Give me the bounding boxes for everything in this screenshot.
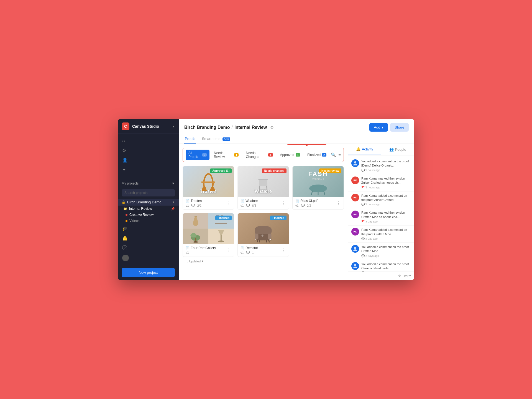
tab-people[interactable]: 👥 People [381, 144, 415, 155]
more-icon-gallery[interactable]: ⋮ [227, 247, 231, 253]
activity-filter-button[interactable]: ⚙ Filter ▾ [398, 274, 411, 278]
activity-text-5: Ram Kumar added a comment on the proof C… [361, 228, 411, 236]
chevron-down-filter-icon: ▾ [409, 274, 411, 278]
sidebar-icon-sparkle[interactable]: ✦ [118, 165, 179, 175]
app-title: Canvas Studio [132, 124, 159, 129]
search-icon[interactable]: 🔍 [331, 152, 336, 157]
user-avatar: U [122, 255, 129, 261]
svg-rect-11 [215, 223, 227, 224]
search-projects-input[interactable] [122, 189, 175, 196]
comment-icon-r: 💬 [301, 204, 305, 207]
sparkle-icon: ✦ [122, 167, 126, 172]
proof-card-tresten[interactable]: Approved (1) Trøsten [183, 166, 234, 210]
header-top: Birch Branding Demo / Internal Review ⚙ … [184, 123, 409, 132]
user-silhouette-3 [353, 264, 358, 268]
filter-icons: 🔍 ≡ [331, 152, 341, 157]
proof-meta-gallery: v1 [186, 251, 216, 254]
comment-icon-rem: 💬 [246, 251, 250, 254]
mosaic-cell-3 [183, 229, 208, 244]
avatar-you-3 [351, 262, 359, 270]
project-expand-icon[interactable]: ▼ [172, 201, 175, 204]
more-icon-waalore[interactable]: ⋮ [282, 201, 286, 206]
sidebar-sub-creative-review[interactable]: Creative Review [118, 212, 179, 218]
multistage-bubble: Multistage review cycle [287, 144, 327, 145]
chevron-down-icon: ▾ [382, 125, 383, 129]
sort-icon: ↕ [186, 260, 188, 263]
more-icon-ritas[interactable]: ⋮ [336, 201, 341, 206]
proof-left-remsta: 📄 Remstat v1 💬 1 [241, 246, 258, 254]
filter-chip-needs-review[interactable]: Needs Review 1 [211, 150, 241, 160]
content-area: Multistage review cycle All Proofs 5 Nee… [179, 144, 414, 280]
sidebar-folder-internal-review[interactable]: 📁 Internal Review 📌 [118, 206, 179, 212]
add-button[interactable]: Add ▾ [369, 123, 388, 132]
proof-card-ritas[interactable]: Needs review FASH VERSION 4 [292, 166, 344, 210]
breadcrumb-folder[interactable]: Internal Review [234, 125, 267, 130]
tab-proofs[interactable]: Proofs [184, 134, 196, 144]
user-icon: 👤 [122, 157, 128, 163]
updated-sort-button[interactable]: ↕ Updated ▾ [186, 259, 203, 263]
proof-left-tresten: 📄 Tresten v1 💬 2/2 [186, 199, 202, 207]
my-projects-expand[interactable]: ▼ [172, 181, 175, 185]
more-icon-remsta[interactable]: ⋮ [282, 248, 286, 253]
breadcrumb-separator: / [231, 125, 232, 130]
proof-meta-tresten: v1 💬 2/2 [186, 204, 202, 207]
activity-time-2: 🚩 9 hours ago [361, 186, 411, 189]
share-button[interactable]: Share [390, 123, 409, 132]
avatar-you-2 [351, 245, 359, 253]
activity-text-3: Ram Kumar added a comment on the proof Z… [361, 194, 411, 202]
filter-chip-finalized[interactable]: Finalized 2 [305, 152, 329, 158]
graduate-icon: 🎓 [122, 226, 128, 231]
ritas-sub-text: VERSION 4 [312, 178, 324, 180]
activity-item-6: You added a comment on the proof Crafted… [348, 243, 414, 260]
svg-rect-20 [255, 234, 259, 239]
settings-gear-icon[interactable]: ⚙ [270, 125, 274, 130]
activity-tabs: 🔔 Activity 👥 People [348, 144, 414, 155]
filter-chip-all[interactable]: All Proofs 5 [186, 150, 209, 160]
sidebar-icon-nav: ⌂ ⚙ 👤 ✦ [118, 134, 179, 177]
expand-icon[interactable]: ▼ [172, 125, 175, 128]
svg-text:+: + [261, 233, 264, 239]
activity-time-3: 💬 9 hours ago [361, 203, 411, 206]
sidebar-icon-home[interactable]: ⌂ [118, 136, 179, 145]
proof-info-remsta: 📄 Remstat v1 💬 1 ⋮ [238, 244, 289, 257]
sidebar-icon-avatar[interactable]: U [118, 252, 179, 264]
svg-rect-1 [259, 180, 267, 186]
app-logo[interactable]: C [122, 122, 129, 130]
activity-item-7: You added a comment on the proof Ceramic… [348, 260, 414, 272]
user-silhouette-2 [353, 246, 358, 251]
doc-icon: 📄 [186, 199, 190, 203]
tab-smartnotes[interactable]: Smartnotes Beta [201, 134, 231, 144]
breadcrumb-project[interactable]: Birch Branding Demo [184, 125, 230, 130]
new-project-button[interactable]: New project [122, 268, 175, 277]
sidebar-sub-videos[interactable]: Videos [118, 218, 179, 222]
activity-text-2: Ram Kumar marked the revision Zuiver Cra… [361, 177, 411, 185]
view-options-icon[interactable]: ≡ [338, 153, 341, 157]
svg-line-22 [257, 240, 258, 242]
sidebar-icon-graduate[interactable]: 🎓 [118, 224, 179, 233]
filter-chip-approved[interactable]: Approved 1 [277, 152, 303, 158]
sidebar-icon-settings[interactable]: ⚙ [118, 145, 179, 155]
svg-rect-0 [259, 179, 268, 180]
sidebar-icon-bell[interactable]: 🔔 [118, 233, 179, 243]
filter-icon-small: ⚙ [398, 274, 401, 278]
avatar-rk-4: RK [351, 228, 359, 236]
pin-icon: 📌 [171, 207, 175, 211]
proof-info-gallery: 📄 Four Part Gallery v1 ⋮ [183, 244, 234, 256]
proof-left-waalore: 📄 Waalore v1 💬 6/6 [241, 199, 258, 207]
filter-chip-needs-changes[interactable]: Needs Changes 1 [243, 150, 275, 160]
proof-card-remsta[interactable]: Finalized Remsta [237, 213, 289, 257]
sidebar-icon-help[interactable]: ? [118, 243, 179, 252]
chevron-down-small-icon: ▾ [202, 259, 203, 263]
header-actions: Add ▾ Share [369, 123, 409, 132]
more-icon-tresten[interactable]: ⋮ [227, 201, 231, 206]
activity-item-2: RK Ram Kumar marked the revision Zuiver … [348, 174, 414, 191]
sidebar-project-birch[interactable]: 🔒 Birch Branding Demo ▼ [118, 199, 179, 206]
comment-activity-icon-5: 💬 [361, 237, 365, 240]
proof-name-gallery: 📄 Four Part Gallery [186, 246, 216, 250]
tab-activity[interactable]: 🔔 Activity [348, 144, 381, 155]
svg-point-29 [354, 264, 356, 266]
sidebar-icon-user[interactable]: 👤 [118, 155, 179, 165]
proof-card-waalore[interactable]: Needs changes Waalore [237, 166, 289, 210]
proof-card-gallery[interactable]: Finalized [183, 213, 234, 257]
chair-illustration-waalore [254, 176, 272, 194]
